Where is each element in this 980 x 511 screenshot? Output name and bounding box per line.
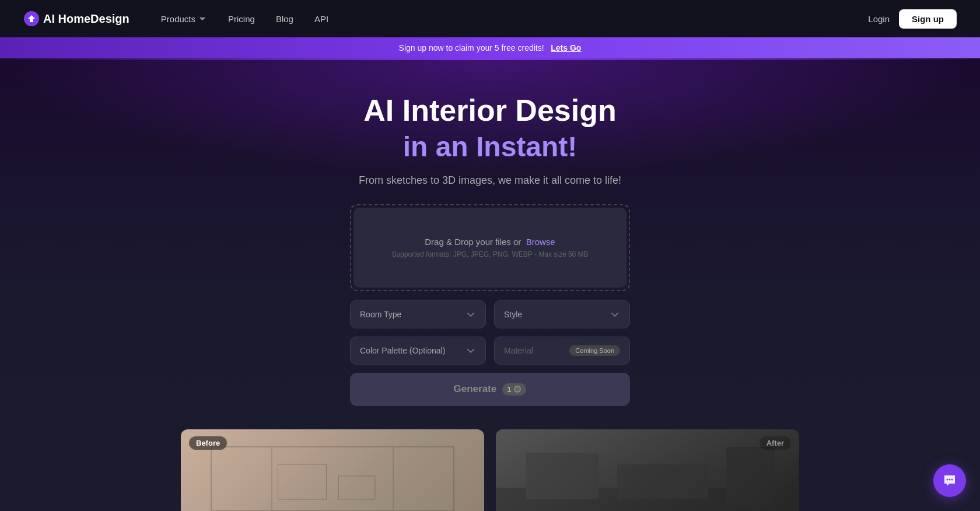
style-label: Style <box>504 310 522 319</box>
generate-label: Generate <box>454 383 497 395</box>
upload-container[interactable]: Drag & Drop your files or Browse Support… <box>350 204 630 291</box>
login-button[interactable]: Login <box>868 14 890 24</box>
nav-item-blog[interactable]: Blog <box>268 9 302 29</box>
navbar-left: AI HomeDesign Products Pricing Blog API <box>23 9 337 29</box>
before-after-section: Before After <box>169 429 811 511</box>
controls-row-1: Room Type Style <box>350 300 630 328</box>
navbar: AI HomeDesign Products Pricing Blog API … <box>0 0 980 37</box>
room-type-dropdown[interactable]: Room Type <box>350 300 486 328</box>
products-chevron-icon <box>198 14 207 23</box>
room-sketch <box>181 429 484 511</box>
room-rendered <box>496 429 799 511</box>
coming-soon-badge: Coming Soon <box>569 345 620 356</box>
nav-item-api[interactable]: API <box>306 9 337 29</box>
banner-cta[interactable]: Lets Go <box>551 43 581 52</box>
signup-button[interactable]: Sign up <box>899 9 957 29</box>
style-chevron-icon <box>610 309 620 320</box>
svg-point-18 <box>951 479 953 481</box>
style-dropdown[interactable]: Style <box>494 300 630 328</box>
svg-rect-13 <box>526 453 599 499</box>
glow-line <box>0 58 980 60</box>
hero-section: AI Interior Design in an Instant! From s… <box>0 58 980 511</box>
svg-point-17 <box>949 479 951 481</box>
material-field: Material Coming Soon <box>494 337 630 365</box>
navbar-right: Login Sign up <box>868 9 957 29</box>
banner-text: Sign up now to claim your 5 free credits… <box>399 43 544 52</box>
before-card: Before <box>181 429 484 511</box>
hero-subtitle: in an Instant! <box>12 131 968 163</box>
hero-title: AI Interior Design <box>12 93 968 128</box>
generate-button[interactable]: Generate 1 <box>350 373 630 406</box>
logo[interactable]: AI HomeDesign <box>23 10 130 27</box>
svg-rect-9 <box>278 464 326 499</box>
browse-link[interactable]: Browse <box>526 237 555 247</box>
material-label: Material <box>504 346 533 355</box>
room-type-label: Room Type <box>360 310 401 319</box>
hero-description: From sketches to 3D images, we make it a… <box>12 174 968 187</box>
upload-formats: Supported formats: JPG, JPEG, PNG, WEBP … <box>365 250 615 258</box>
chat-icon <box>942 473 957 488</box>
chat-button[interactable] <box>933 464 966 497</box>
svg-point-16 <box>947 479 949 481</box>
color-palette-chevron-icon <box>466 345 476 356</box>
svg-rect-14 <box>617 464 708 499</box>
coin-icon <box>513 385 522 393</box>
color-palette-dropdown[interactable]: Color Palette (Optional) <box>350 337 486 365</box>
controls-row-2: Color Palette (Optional) Material Coming… <box>350 337 630 365</box>
credit-count: 1 <box>507 385 511 394</box>
promo-banner: Sign up now to claim your 5 free credits… <box>0 37 980 58</box>
logo-icon <box>23 10 40 27</box>
credit-badge: 1 <box>502 383 526 396</box>
nav-item-products[interactable]: Products <box>153 9 215 29</box>
nav-links: Products Pricing Blog API <box>153 9 337 29</box>
svg-rect-15 <box>726 447 775 505</box>
color-palette-label: Color Palette (Optional) <box>360 346 445 355</box>
room-type-chevron-icon <box>466 309 476 320</box>
after-card: After <box>496 429 799 511</box>
svg-point-2 <box>515 387 520 391</box>
upload-main-text: Drag & Drop your files or Browse <box>365 237 615 247</box>
svg-rect-10 <box>338 476 374 499</box>
nav-item-pricing[interactable]: Pricing <box>220 9 263 29</box>
upload-dropzone[interactable]: Drag & Drop your files or Browse Support… <box>354 208 626 288</box>
logo-text: AI HomeDesign <box>43 12 130 26</box>
